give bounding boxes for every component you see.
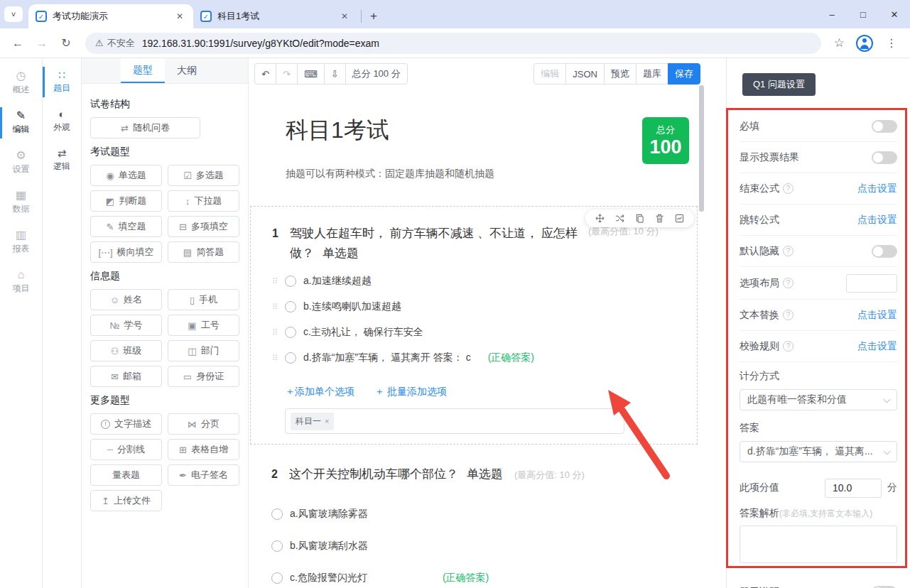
shuffle-icon[interactable]: [615, 214, 624, 223]
tag-remove-icon[interactable]: ×: [325, 417, 329, 425]
browser-menu-icon[interactable]: ⋮: [880, 36, 903, 50]
drag-handle-icon[interactable]: ⠿: [272, 354, 278, 363]
end-formula-set-link[interactable]: 点击设置: [857, 183, 897, 195]
help-icon[interactable]: ?: [783, 183, 793, 194]
sidebar-item-questions[interactable]: ∷题目: [43, 65, 81, 99]
option-text[interactable]: a.风窗玻璃除雾器: [290, 508, 368, 521]
browser-tab-2[interactable]: ✓ 科目1考试 ✕: [193, 4, 358, 28]
exam-title[interactable]: 科目1考试: [286, 114, 662, 146]
keyboard-shortcuts-button[interactable]: ⌨: [297, 63, 325, 85]
question-title[interactable]: 这个开关控制机动车哪个部位？: [289, 467, 458, 481]
close-button[interactable]: ✕: [879, 0, 910, 28]
add-name-button[interactable]: ☺姓名: [90, 289, 162, 310]
drag-handle-icon[interactable]: ⠿: [272, 303, 278, 312]
copy-icon[interactable]: [635, 214, 644, 223]
default-hidden-toggle[interactable]: [872, 245, 897, 258]
profile-avatar-icon[interactable]: [856, 35, 873, 52]
question-1-block[interactable]: 1 驾驶人在超车时， 前方车辆不减速 、不让道， 应怎样做？单选题 (最高分值:…: [250, 206, 698, 445]
sidebar-item-overview[interactable]: ◷概述: [0, 65, 42, 101]
add-table-grow-button[interactable]: ⊞表格自增: [168, 439, 239, 460]
add-single-option-link[interactable]: ＋添加单个选项: [285, 386, 354, 398]
save-to-bank-icon[interactable]: [675, 214, 684, 223]
question-bank-button[interactable]: 题库: [636, 63, 668, 85]
add-upload-button[interactable]: ↥上传文件: [90, 490, 162, 511]
option-text[interactable]: a.加速继续超越: [303, 275, 372, 288]
undo-button[interactable]: ↶: [254, 63, 276, 85]
add-scale-button[interactable]: 量表题: [90, 464, 162, 486]
drag-handle-icon[interactable]: ⠿: [272, 277, 278, 286]
sidebar-item-logic[interactable]: ⇄逻辑: [43, 143, 81, 177]
random-survey-button[interactable]: ⇄随机问卷: [90, 117, 200, 138]
add-multi-choice-button[interactable]: ☑多选题: [168, 165, 239, 186]
option-text[interactable]: c.主动礼让， 确保行车安全: [303, 326, 423, 339]
option-text[interactable]: b.连续鸣喇叭加速超越: [303, 300, 401, 313]
radio-button[interactable]: [285, 327, 296, 338]
required-toggle[interactable]: [872, 120, 897, 133]
add-department-button[interactable]: ◫部门: [168, 340, 239, 361]
add-signature-button[interactable]: ✒电子签名: [168, 464, 239, 486]
answer-select[interactable]: d.挤靠“加塞”车辆， 逼其离...: [740, 441, 897, 462]
item-score-input[interactable]: [825, 479, 882, 498]
move-icon[interactable]: [595, 214, 605, 223]
show-vote-toggle[interactable]: [872, 151, 897, 164]
browser-tab-1[interactable]: ✓ 考试功能演示 ✕: [28, 4, 193, 28]
add-student-id-button[interactable]: №学号: [90, 315, 162, 336]
maximize-button[interactable]: □: [847, 0, 879, 28]
option-text[interactable]: d.挤靠“加塞”车辆， 逼其离开 答案： c: [303, 352, 471, 364]
preview-button[interactable]: 预览: [604, 63, 637, 85]
add-multi-blank-button[interactable]: ⊟多项填空: [168, 216, 239, 237]
add-id-card-button[interactable]: ▭身份证: [168, 366, 239, 387]
tab-search-button[interactable]: ˅: [4, 6, 23, 22]
back-button[interactable]: ←: [7, 33, 28, 54]
help-icon[interactable]: ?: [783, 278, 793, 288]
add-horizontal-blank-button[interactable]: [⋯]横向填空: [90, 241, 162, 263]
forward-button[interactable]: →: [31, 33, 53, 54]
add-text-desc-button[interactable]: !文字描述: [90, 413, 162, 435]
editor-scrollbar-thumb[interactable]: [699, 85, 704, 212]
add-single-choice-button[interactable]: ◉单选题: [90, 165, 162, 186]
add-page-break-button[interactable]: ⋈分页: [168, 413, 239, 435]
redo-button[interactable]: ↷: [276, 63, 298, 85]
edit-mode-button[interactable]: 编辑: [533, 63, 566, 85]
bookmark-star-icon[interactable]: ☆: [830, 36, 849, 50]
new-tab-button[interactable]: +: [364, 7, 383, 26]
option-text[interactable]: c.危险报警闪光灯: [290, 572, 367, 584]
radio-button[interactable]: [271, 540, 283, 552]
json-button[interactable]: JSON: [565, 63, 605, 85]
radio-button[interactable]: [285, 352, 296, 364]
sidebar-item-report[interactable]: ▥报表: [0, 224, 42, 260]
exam-description[interactable]: 抽题可以有两种模式：固定题库抽题和随机抽题: [250, 168, 698, 180]
question-2-block[interactable]: 2 这个开关控制机动车哪个部位？单选题 (最高分值: 10 分) a.风窗玻璃除…: [250, 464, 698, 588]
jump-formula-set-link[interactable]: 点击设置: [857, 214, 897, 227]
add-divider-button[interactable]: ┄分割线: [90, 439, 162, 460]
add-judge-button[interactable]: ◩判断题: [90, 190, 162, 212]
help-icon[interactable]: ?: [783, 310, 793, 320]
sidebar-item-edit[interactable]: ✎编辑: [0, 105, 42, 141]
tab-question-types[interactable]: 题型: [121, 58, 165, 83]
add-batch-options-link[interactable]: ＋ 批量添加选项: [374, 386, 447, 398]
scoring-mode-select[interactable]: 此题有唯一答案和分值: [740, 389, 897, 410]
add-dropdown-button[interactable]: ↕下拉题: [168, 190, 239, 212]
delete-icon[interactable]: [655, 214, 664, 223]
add-employee-id-button[interactable]: ▣工号: [168, 315, 239, 336]
add-phone-button[interactable]: ▯手机: [168, 289, 239, 310]
minimize-button[interactable]: –: [816, 0, 847, 28]
security-warning[interactable]: ⚠不安全: [95, 37, 135, 50]
sidebar-item-appearance[interactable]: ◐外观: [43, 104, 81, 138]
tab-close-icon[interactable]: ✕: [338, 10, 351, 23]
drag-handle-icon[interactable]: ⠿: [272, 328, 278, 337]
address-bar[interactable]: ⚠不安全 192.168.31.90:1991/survey/g8YKtO/ed…: [85, 33, 821, 54]
add-short-answer-button[interactable]: ▤简答题: [168, 241, 239, 263]
import-button[interactable]: ⇩: [324, 63, 346, 85]
radio-button[interactable]: [285, 276, 296, 287]
radio-button[interactable]: [285, 301, 296, 312]
radio-button[interactable]: [271, 508, 283, 520]
add-fill-blank-button[interactable]: ✎填空题: [90, 216, 162, 237]
tag-input[interactable]: 科目一×: [285, 408, 624, 434]
help-icon[interactable]: ?: [783, 341, 793, 352]
analysis-textarea[interactable]: [740, 526, 897, 563]
tab-close-icon[interactable]: ✕: [173, 10, 186, 23]
sidebar-item-data[interactable]: ▦数据: [0, 185, 42, 220]
sidebar-item-project[interactable]: ⌂项目: [0, 264, 42, 300]
help-icon[interactable]: ?: [783, 246, 793, 256]
